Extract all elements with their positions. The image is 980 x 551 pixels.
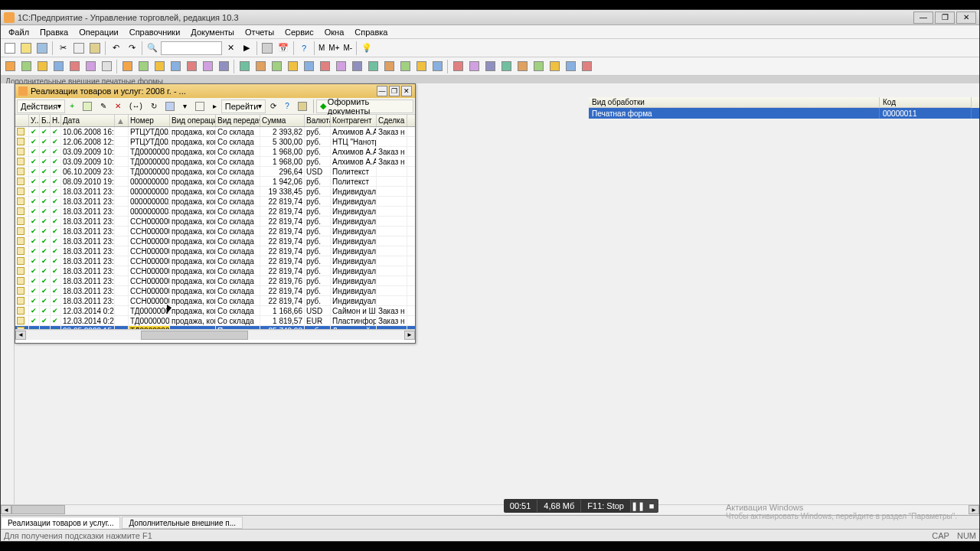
doc-minimize-button[interactable]: — [377,86,387,96]
redo-icon[interactable]: ↷ [124,41,139,56]
toolbar2-btn-33[interactable] [547,59,562,74]
grid-header-6[interactable]: Номер [129,115,170,126]
grid-header-10[interactable]: Валюта [305,115,331,126]
recorder-pause-icon[interactable]: ❚❚ [631,500,645,512]
doc-close-button[interactable]: ✕ [401,86,412,96]
toolbar2-btn-8[interactable] [136,59,151,74]
toolbar2-btn-5[interactable] [83,59,98,74]
delete-icon[interactable]: ✕ [111,99,125,113]
minimize-button[interactable]: — [913,11,933,24]
process-button[interactable]: ◆Оформить документы [316,99,413,113]
toolbar2-btn-11[interactable] [184,59,199,74]
filter2-icon[interactable]: ▾ [179,99,191,113]
tips-icon[interactable]: 💡 [359,41,374,56]
find-next-icon[interactable]: ▶ [239,41,254,56]
toolbar2-btn-31[interactable] [514,59,530,74]
filter-icon[interactable] [162,99,178,113]
table-row[interactable]: ✔✔✔28.05.2022 15:56:10ТД00000003продажа,… [15,326,415,329]
table-row[interactable]: ✔✔✔18.03.2011 23:59:59ССН00000005продажа… [15,256,415,266]
table-row[interactable]: ✔✔✔18.03.2011 23:59:590000000003продажа,… [15,207,415,217]
table-row[interactable]: ✔✔✔18.03.2011 23:59:59ССН00000009продажа… [15,296,415,306]
toggle-icon[interactable]: (↔) [126,99,146,113]
scroll-right-icon[interactable]: ► [404,331,415,340]
right-col-kind[interactable]: Вид обработки [589,97,880,108]
toolbar2-btn-6[interactable] [99,59,114,74]
right-col-code[interactable]: Код [880,97,972,108]
edit-icon[interactable]: ✎ [96,99,110,113]
toolbar2-btn-1[interactable] [18,59,34,74]
toolbar2-btn-10[interactable] [168,59,183,74]
doc-maximize-button[interactable]: ❐ [389,86,400,96]
toolbar2-btn-16[interactable] [269,59,284,74]
grid-header-5[interactable]: ▲ [115,115,129,126]
menu-7[interactable]: Окна [320,26,349,38]
grid-header-1[interactable]: У... [29,115,40,126]
toolbar2-btn-4[interactable] [67,59,82,74]
right-row[interactable]: Печатная форма 00000011 [589,108,979,119]
table-row[interactable]: ✔✔✔03.09.2009 10:27:26ТД00000002продажа,… [15,157,415,167]
toolbar2-btn-25[interactable] [413,59,429,74]
grid-header-12[interactable]: Сделка [377,115,407,126]
table-row[interactable]: ✔✔✔18.03.2011 23:59:59ССН00000007продажа… [15,276,415,286]
grid-header-3[interactable]: Н... [51,115,61,126]
menu-0[interactable]: Файл [4,26,34,38]
table-row[interactable]: ✔✔✔03.09.2009 10:24:53ТД00000001продажа,… [15,147,415,157]
copy-row-icon[interactable] [79,99,96,113]
save-icon[interactable] [34,41,50,56]
clear-icon[interactable]: ✕ [223,41,238,56]
table-row[interactable]: ✔✔✔12.03.2014 0:20:10ТД00000001продажа, … [15,306,415,316]
help-icon[interactable]: ? [296,41,312,56]
table-row[interactable]: ✔✔✔12.03.2014 0:21:21ТД00000002продажа, … [15,316,415,326]
toolbar2-btn-23[interactable] [381,59,397,74]
menu-6[interactable]: Сервис [280,26,318,38]
maximize-button[interactable]: ❐ [935,11,955,24]
refresh-icon[interactable]: ↻ [147,99,161,113]
toolbar2-btn-22[interactable] [365,59,381,74]
scroll-left-icon[interactable]: ◄ [15,331,26,340]
toolbar2-btn-13[interactable] [216,59,231,74]
menu-5[interactable]: Отчеты [240,26,279,38]
copy-icon[interactable] [71,41,87,56]
help2-icon[interactable]: ? [281,99,293,113]
grid-body[interactable]: ✔✔✔10.06.2008 16:38:20РТЦУТД00...продажа… [15,127,415,329]
toolbar2-btn-24[interactable] [397,59,413,74]
find-input[interactable] [161,41,222,55]
table-row[interactable]: ✔✔✔18.03.2011 23:59:59ССН00000003продажа… [15,236,415,246]
doc-titlebar[interactable]: Реализации товаров и услуг: 2008 г. - ..… [15,84,415,98]
table-row[interactable]: ✔✔✔18.03.2011 23:59:590000000002продажа,… [15,197,415,207]
menu-2[interactable]: Операции [74,26,122,38]
toolbar2-btn-34[interactable] [563,59,578,74]
toolbar2-btn-27[interactable] [450,59,466,74]
main-scroll-right-icon[interactable]: ► [969,505,979,514]
menu-8[interactable]: Справка [350,26,392,38]
toolbar2-btn-17[interactable] [285,59,300,74]
toolbar2-btn-35[interactable] [579,59,594,74]
actions-button[interactable]: Действия ▾ [17,99,65,113]
calendar-icon[interactable]: 📅 [276,41,291,56]
table-row[interactable]: ✔✔✔18.03.2011 23:59:59ССН00000006продажа… [15,266,415,276]
toolbar2-btn-26[interactable] [430,59,445,74]
find-icon[interactable]: 🔍 [145,41,160,56]
toolbar2-btn-9[interactable] [152,59,167,74]
toolbar2-btn-30[interactable] [498,59,514,74]
toolbar2-btn-15[interactable] [253,59,268,74]
toolbar2-btn-28[interactable] [466,59,482,74]
toolbar2-btn-21[interactable] [349,59,364,74]
toolbar2-btn-0[interactable] [2,59,18,74]
grid-header-2[interactable]: Б... [40,115,51,126]
print-icon[interactable] [294,99,311,113]
grid-header-7[interactable]: Вид операции [170,115,216,126]
menu-4[interactable]: Документы [186,26,239,38]
table-row[interactable]: ✔✔✔18.03.2011 23:59:59ССН00000001продажа… [15,217,415,227]
table-row[interactable]: ✔✔✔08.09.2010 19:20:560000000001продажа,… [15,177,415,187]
grid-header-11[interactable]: Контрагент [331,115,377,126]
menu-1[interactable]: Правка [35,26,73,38]
toolbar2-btn-29[interactable] [482,59,498,74]
paste-icon[interactable] [87,41,103,56]
calc-icon[interactable] [260,41,275,56]
goto-button[interactable]: Перейти ▾ [221,99,266,113]
grid-header-9[interactable]: Сумма [260,115,305,126]
grid-header-8[interactable]: Вид передачи [216,115,260,126]
filter-off-icon[interactable] [191,99,208,113]
toolbar2-btn-19[interactable] [317,59,332,74]
